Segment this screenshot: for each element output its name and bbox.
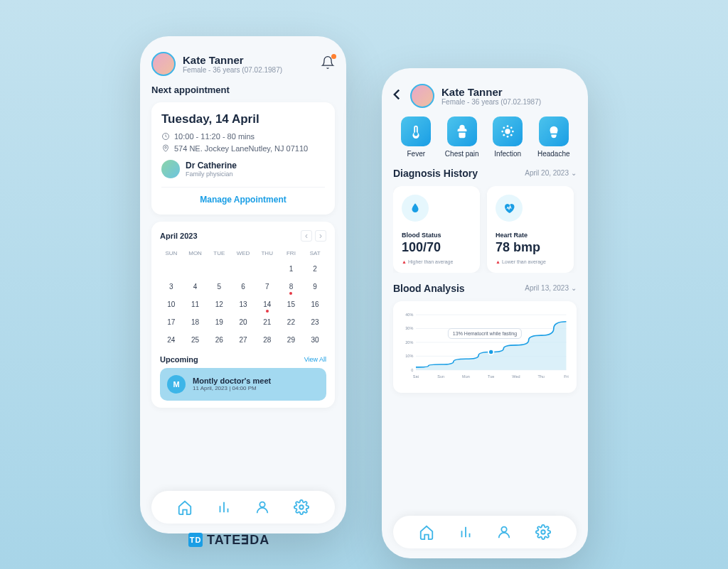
svg-point-8 [512,130,514,132]
clock-icon [161,132,170,141]
day-cell[interactable]: 5 [208,278,230,295]
brand-logo: TD TATEƎDA [188,532,269,548]
diagnosis-header: Diagnosis History April 20, 2023 ⌄ [393,168,577,179]
calendar-card: April 2023 ‹ › SUNMONTUEWEDTHUFRISAT1234… [151,222,335,408]
svg-point-1 [165,146,167,148]
day-cell[interactable]: 30 [304,332,326,348]
avatar[interactable] [410,84,434,108]
svg-text:0: 0 [411,367,413,372]
bell-icon[interactable] [321,55,335,72]
symptom-infection[interactable]: Infection [485,116,531,158]
day-cell[interactable]: 24 [160,332,183,348]
day-cell[interactable]: 29 [280,332,303,348]
svg-point-10 [510,134,513,136]
appointment-time: 10:00 - 11:20 - 80 mins [161,132,325,141]
day-cell[interactable]: 26 [208,332,230,348]
settings-icon[interactable] [294,499,309,515]
day-cell[interactable]: 2 [304,261,326,277]
svg-text:Sun: Sun [437,374,444,378]
day-of-week: WED [232,247,255,259]
day-cell[interactable]: 19 [208,314,230,330]
svg-point-7 [502,130,504,132]
chevron-down-icon: ⌄ [571,169,577,177]
svg-point-2 [260,502,265,506]
day-cell [184,261,207,277]
day-cell[interactable]: 6 [232,278,255,295]
view-all-link[interactable]: View All [304,356,326,363]
upcoming-time: 11 April, 2023 | 04:00 PM [193,385,271,391]
day-cell[interactable]: 1 [280,261,303,277]
day-cell[interactable]: 12 [208,296,230,313]
profile-icon[interactable] [496,524,512,540]
svg-point-33 [541,530,545,534]
patient-name: Kate Tanner [183,54,314,66]
patient-name: Kate Tanner [441,86,577,98]
day-cell[interactable]: 8 [280,278,303,295]
analysis-title: Blood Analysis [393,283,465,294]
svg-point-3 [299,505,304,509]
metric-card[interactable]: Heart Rate78 bmp▲ Lower than average [487,186,574,273]
metric-icon [402,195,429,222]
day-cell[interactable]: 9 [304,278,326,295]
day-cell[interactable]: 10 [160,296,183,313]
calendar-prev[interactable]: ‹ [301,230,312,242]
manage-appointment-button[interactable]: Manage Appointment [161,187,325,205]
svg-point-12 [510,126,513,129]
phone-appointments: Kate Tanner Female - 36 years (07.02.198… [140,36,346,533]
profile-icon[interactable] [255,499,270,515]
home-icon[interactable] [419,524,434,540]
appointment-date: Tuesday, 14 April [161,112,325,126]
day-cell[interactable]: 28 [256,332,279,348]
back-button[interactable] [393,89,400,103]
day-cell[interactable]: 18 [184,314,207,330]
header: Kate Tanner Female - 36 years (07.02.198… [393,84,577,108]
svg-point-31 [488,349,493,354]
metric-value: 78 bmp [496,240,565,255]
day-cell[interactable]: 11 [184,296,207,313]
phone-diagnosis: Kate Tanner Female - 36 years (07.02.198… [382,68,588,558]
day-cell[interactable]: 20 [232,314,255,330]
day-cell[interactable]: 16 [304,296,326,313]
day-cell[interactable]: 21 [256,314,279,330]
stats-icon[interactable] [216,499,232,515]
symptom-fever[interactable]: Fever [393,116,439,158]
avatar[interactable] [151,52,176,76]
diagnosis-date[interactable]: April 20, 2023 ⌄ [525,169,577,177]
svg-text:30%: 30% [405,326,413,330]
day-cell[interactable]: 7 [256,278,279,295]
home-icon[interactable] [177,499,193,515]
day-cell[interactable]: 14 [256,296,279,313]
settings-icon[interactable] [535,524,551,540]
calendar-next[interactable]: › [315,230,326,242]
day-cell [256,261,279,277]
analysis-date[interactable]: April 13, 2023 ⌄ [525,284,577,292]
metric-card[interactable]: Blood Status100/70▲ Higher than average [393,186,480,273]
day-cell[interactable]: 27 [232,332,255,348]
analysis-header: Blood Analysis April 13, 2023 ⌄ [393,283,577,294]
day-cell[interactable]: 15 [280,296,303,313]
day-cell[interactable]: 13 [232,296,255,313]
day-of-week: SAT [304,247,326,259]
doctor-name: Dr Catherine [186,161,237,170]
symptom-chest-pain[interactable]: Chest pain [439,116,486,158]
day-of-week: FRI [280,247,303,259]
upcoming-header: Upcoming View All [160,355,326,364]
notification-dot [331,54,336,59]
header: Kate Tanner Female - 36 years (07.02.198… [151,52,335,76]
upcoming-item[interactable]: M Montly doctor's meet 11 April, 2023 | … [160,368,326,401]
svg-text:Sat: Sat [413,374,419,378]
day-cell[interactable]: 23 [304,314,326,330]
stats-icon[interactable] [458,524,473,540]
symptom-headache[interactable]: Headache [531,116,577,158]
symptom-label: Chest pain [439,150,486,158]
day-cell[interactable]: 17 [160,314,183,330]
doctor-row[interactable]: Dr Catherine Family physician [161,160,325,178]
upcoming-badge: M [167,375,186,394]
symptom-label: Headache [531,150,577,158]
symptom-icon [447,116,477,146]
day-cell[interactable]: 4 [184,278,207,295]
svg-text:20%: 20% [405,340,413,344]
day-cell[interactable]: 22 [280,314,303,330]
day-cell[interactable]: 25 [184,332,207,348]
day-cell[interactable]: 3 [160,278,183,295]
